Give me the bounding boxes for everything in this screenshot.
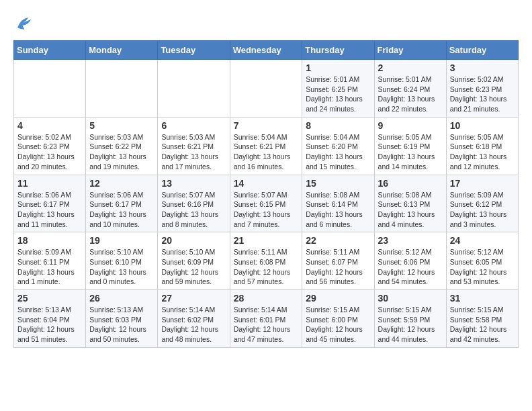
calendar-cell: 19Sunrise: 5:10 AM Sunset: 6:10 PM Dayli… (86, 232, 158, 290)
calendar-cell: 28Sunrise: 5:14 AM Sunset: 6:01 PM Dayli… (230, 290, 302, 348)
day-number: 3 (450, 62, 515, 73)
day-info: Sunrise: 5:05 AM Sunset: 6:18 PM Dayligh… (450, 132, 515, 172)
logo (13, 13, 36, 34)
day-number: 5 (89, 120, 154, 131)
day-info: Sunrise: 5:01 AM Sunset: 6:25 PM Dayligh… (306, 75, 370, 114)
day-info: Sunrise: 5:12 AM Sunset: 6:06 PM Dayligh… (378, 247, 443, 287)
day-number: 9 (378, 120, 443, 131)
day-info: Sunrise: 5:03 AM Sunset: 6:22 PM Dayligh… (89, 132, 154, 172)
day-info: Sunrise: 5:10 AM Sunset: 6:09 PM Dayligh… (161, 247, 226, 287)
day-info: Sunrise: 5:09 AM Sunset: 6:12 PM Dayligh… (450, 190, 515, 230)
day-info: Sunrise: 5:07 AM Sunset: 6:15 PM Dayligh… (234, 190, 299, 230)
calendar-week-row: 18Sunrise: 5:09 AM Sunset: 6:11 PM Dayli… (14, 232, 519, 290)
day-number: 8 (306, 120, 370, 131)
day-info: Sunrise: 5:11 AM Sunset: 6:08 PM Dayligh… (234, 247, 299, 287)
calendar-cell: 18Sunrise: 5:09 AM Sunset: 6:11 PM Dayli… (14, 232, 86, 290)
day-number: 29 (306, 293, 370, 304)
day-info: Sunrise: 5:14 AM Sunset: 6:02 PM Dayligh… (161, 305, 226, 345)
logo-icon (13, 13, 34, 34)
day-info: Sunrise: 5:11 AM Sunset: 6:07 PM Dayligh… (306, 247, 370, 287)
day-number: 6 (161, 120, 226, 131)
day-number: 31 (450, 293, 515, 304)
day-info: Sunrise: 5:06 AM Sunset: 6:17 PM Dayligh… (89, 190, 154, 230)
day-number: 4 (17, 120, 82, 131)
calendar-week-row: 1Sunrise: 5:01 AM Sunset: 6:25 PM Daylig… (14, 60, 519, 118)
calendar-cell (158, 60, 230, 118)
calendar-week-row: 4Sunrise: 5:02 AM Sunset: 6:23 PM Daylig… (14, 117, 519, 175)
calendar-cell: 6Sunrise: 5:03 AM Sunset: 6:21 PM Daylig… (158, 117, 230, 175)
day-number: 28 (234, 293, 299, 304)
page-header (13, 13, 519, 34)
header-monday: Monday (86, 41, 158, 60)
day-number: 24 (450, 235, 515, 246)
day-info: Sunrise: 5:10 AM Sunset: 6:10 PM Dayligh… (89, 247, 154, 287)
day-info: Sunrise: 5:15 AM Sunset: 5:59 PM Dayligh… (378, 305, 443, 345)
calendar-cell: 11Sunrise: 5:06 AM Sunset: 6:17 PM Dayli… (14, 175, 86, 232)
day-info: Sunrise: 5:05 AM Sunset: 6:19 PM Dayligh… (378, 132, 443, 172)
day-number: 25 (17, 293, 82, 304)
calendar-cell: 15Sunrise: 5:08 AM Sunset: 6:14 PM Dayli… (302, 175, 374, 232)
day-info: Sunrise: 5:01 AM Sunset: 6:24 PM Dayligh… (378, 75, 443, 114)
calendar-cell: 29Sunrise: 5:15 AM Sunset: 6:00 PM Dayli… (302, 290, 374, 348)
calendar-cell: 8Sunrise: 5:04 AM Sunset: 6:20 PM Daylig… (302, 117, 374, 175)
header-wednesday: Wednesday (230, 41, 302, 60)
day-info: Sunrise: 5:13 AM Sunset: 6:03 PM Dayligh… (89, 305, 154, 345)
day-number: 15 (306, 178, 370, 189)
day-info: Sunrise: 5:08 AM Sunset: 6:14 PM Dayligh… (306, 190, 370, 230)
calendar-cell: 20Sunrise: 5:10 AM Sunset: 6:09 PM Dayli… (158, 232, 230, 290)
day-info: Sunrise: 5:03 AM Sunset: 6:21 PM Dayligh… (161, 132, 226, 172)
day-number: 1 (306, 62, 370, 73)
day-info: Sunrise: 5:02 AM Sunset: 6:23 PM Dayligh… (17, 132, 82, 172)
calendar-cell: 24Sunrise: 5:12 AM Sunset: 6:05 PM Dayli… (446, 232, 518, 290)
calendar-cell: 30Sunrise: 5:15 AM Sunset: 5:59 PM Dayli… (374, 290, 446, 348)
day-info: Sunrise: 5:08 AM Sunset: 6:13 PM Dayligh… (378, 190, 443, 230)
calendar-week-row: 25Sunrise: 5:13 AM Sunset: 6:04 PM Dayli… (14, 290, 519, 348)
day-info: Sunrise: 5:12 AM Sunset: 6:05 PM Dayligh… (450, 247, 515, 287)
day-number: 26 (89, 293, 154, 304)
calendar-cell (86, 60, 158, 118)
day-info: Sunrise: 5:15 AM Sunset: 5:58 PM Dayligh… (450, 305, 515, 345)
calendar-cell: 10Sunrise: 5:05 AM Sunset: 6:18 PM Dayli… (446, 117, 518, 175)
day-number: 17 (450, 178, 515, 189)
calendar-cell (230, 60, 302, 118)
calendar-cell: 14Sunrise: 5:07 AM Sunset: 6:15 PM Dayli… (230, 175, 302, 232)
header-tuesday: Tuesday (158, 41, 230, 60)
header-friday: Friday (374, 41, 446, 60)
calendar-cell: 4Sunrise: 5:02 AM Sunset: 6:23 PM Daylig… (14, 117, 86, 175)
calendar-cell: 27Sunrise: 5:14 AM Sunset: 6:02 PM Dayli… (158, 290, 230, 348)
day-info: Sunrise: 5:13 AM Sunset: 6:04 PM Dayligh… (17, 305, 82, 345)
day-info: Sunrise: 5:04 AM Sunset: 6:20 PM Dayligh… (306, 132, 370, 172)
calendar-cell (14, 60, 86, 118)
header-saturday: Saturday (446, 41, 518, 60)
calendar-cell: 2Sunrise: 5:01 AM Sunset: 6:24 PM Daylig… (374, 60, 446, 118)
day-info: Sunrise: 5:07 AM Sunset: 6:16 PM Dayligh… (161, 190, 226, 230)
calendar-cell: 16Sunrise: 5:08 AM Sunset: 6:13 PM Dayli… (374, 175, 446, 232)
day-number: 23 (378, 235, 443, 246)
day-number: 20 (161, 235, 226, 246)
calendar-cell: 12Sunrise: 5:06 AM Sunset: 6:17 PM Dayli… (86, 175, 158, 232)
day-number: 14 (234, 178, 299, 189)
day-number: 19 (89, 235, 154, 246)
day-info: Sunrise: 5:02 AM Sunset: 6:23 PM Dayligh… (450, 75, 515, 114)
calendar-cell: 21Sunrise: 5:11 AM Sunset: 6:08 PM Dayli… (230, 232, 302, 290)
day-info: Sunrise: 5:15 AM Sunset: 6:00 PM Dayligh… (306, 305, 370, 345)
calendar-header-row: SundayMondayTuesdayWednesdayThursdayFrid… (14, 41, 519, 60)
day-number: 30 (378, 293, 443, 304)
day-info: Sunrise: 5:14 AM Sunset: 6:01 PM Dayligh… (234, 305, 299, 345)
calendar-week-row: 11Sunrise: 5:06 AM Sunset: 6:17 PM Dayli… (14, 175, 519, 232)
day-number: 11 (17, 178, 82, 189)
calendar-cell: 7Sunrise: 5:04 AM Sunset: 6:21 PM Daylig… (230, 117, 302, 175)
day-number: 18 (17, 235, 82, 246)
calendar-cell: 26Sunrise: 5:13 AM Sunset: 6:03 PM Dayli… (86, 290, 158, 348)
day-number: 13 (161, 178, 226, 189)
day-number: 27 (161, 293, 226, 304)
calendar-table: SundayMondayTuesdayWednesdayThursdayFrid… (13, 40, 519, 348)
calendar-cell: 13Sunrise: 5:07 AM Sunset: 6:16 PM Dayli… (158, 175, 230, 232)
day-info: Sunrise: 5:04 AM Sunset: 6:21 PM Dayligh… (234, 132, 299, 172)
header-thursday: Thursday (302, 41, 374, 60)
day-info: Sunrise: 5:06 AM Sunset: 6:17 PM Dayligh… (17, 190, 82, 230)
calendar-cell: 22Sunrise: 5:11 AM Sunset: 6:07 PM Dayli… (302, 232, 374, 290)
calendar-cell: 9Sunrise: 5:05 AM Sunset: 6:19 PM Daylig… (374, 117, 446, 175)
day-number: 22 (306, 235, 370, 246)
day-number: 12 (89, 178, 154, 189)
